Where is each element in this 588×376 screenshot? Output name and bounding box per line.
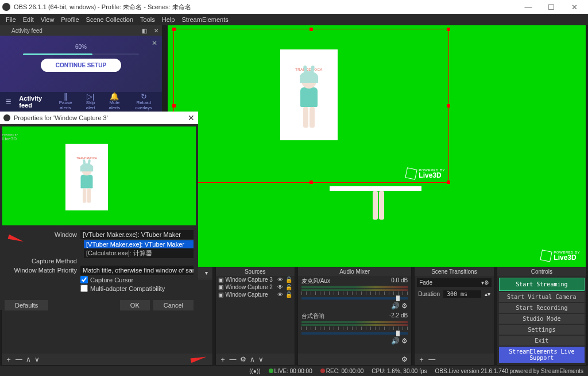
minimize-button[interactable]: — [517,3,540,11]
dialog-preview: TRANCEMOCA POWERED BYLive3D [2,126,196,225]
dock-undock-icon[interactable]: ◧ [138,28,150,34]
visibility-icon[interactable]: 👁 [277,277,283,283]
add-source-icon[interactable]: ＋ [219,355,226,365]
close-button[interactable]: ✕ [563,3,586,11]
speaker-icon[interactable]: 🔊 [391,337,400,345]
vtuber-window: TRANCEMOCA [280,49,338,140]
source-item[interactable]: ▣Window Capture👁🔓 [216,291,295,298]
capture-method-label: Capture Method [5,258,80,264]
start-virtual-camera-button[interactable]: Start Virtual Camera [499,292,585,302]
speaker-icon[interactable]: 🔊 [391,302,400,310]
gear-icon[interactable]: ⚙ [401,337,408,345]
status-bar: ((●)) LIVE: 00:00:00 REC: 00:00:00 CPU: … [0,366,588,376]
channel-name: 台式音响 [301,312,324,320]
cpu-status: CPU: 1.6%, 30.00 fps [372,368,427,374]
mixer-title: Audio Mixer [298,267,411,276]
duration-input[interactable]: 300 ms [443,290,481,298]
transition-select[interactable]: Fade▾ ⚙ [417,278,491,287]
dock-close-icon[interactable]: ✕ [150,28,162,34]
transitions-panel: Scene Transitions Fade▾ ⚙ Duration300 ms… [414,267,494,366]
volume-slider[interactable] [301,332,408,335]
source-item[interactable]: ▣Window Capture 3👁🔓 [216,276,295,283]
reload-overlays-button[interactable]: ↻Reload overlays [131,93,156,111]
window-dropdown[interactable]: [VTuber Maker.exe]: VTuber Maker [Calcul… [84,240,194,258]
dropdown-option-calculator[interactable]: [Calculator.exe]: 计算器 [84,248,194,258]
duration-label: Duration [418,291,440,297]
visibility-icon[interactable]: 👁 [277,291,283,298]
ok-button[interactable]: OK [120,300,150,310]
start-recording-button[interactable]: Start Recording [499,303,585,313]
match-priority-label: Window Match Priority [5,267,80,274]
source-settings-icon[interactable]: ⚙ [240,355,246,363]
menu-file[interactable]: File [6,16,16,23]
pause-alerts-button[interactable]: ‖Pause alerts [56,93,75,111]
live3d-cube-icon [405,167,417,179]
streamelements-support-button[interactable]: StreamElements Live Support [499,347,585,363]
skip-alert-button[interactable]: ▷|Skip alert [83,93,98,111]
avatar-character [295,74,323,131]
dialog-close-button[interactable]: ✕ [188,113,195,122]
lock-icon[interactable]: 🔓 [285,291,292,298]
preview-area[interactable]: POWERED BYLive3D TRANCEMOCA POWERED BYLi… [168,25,586,267]
channel-name: 麦克风/Aux [301,277,330,285]
exit-button[interactable]: Exit [499,336,585,346]
menu-tools[interactable]: Tools [140,16,155,23]
controls-panel: Controls Start Streaming Start Virtual C… [497,267,587,366]
match-priority-select[interactable]: Match title, otherwise find window of sa… [80,266,194,275]
cancel-button[interactable]: Cancel [153,300,194,310]
obs-icon [2,3,10,11]
maximize-button[interactable]: ☐ [540,3,563,11]
settings-button[interactable]: Settings [499,325,585,335]
setup-percent: 60% [6,44,156,50]
menu-edit[interactable]: Edit [23,16,34,23]
lock-icon[interactable]: 🔓 [285,277,292,283]
channel-db: 0.0 dB [391,277,408,285]
menu-scene-collection[interactable]: Scene Collection [86,16,134,23]
menu-streamelements[interactable]: StreamElements [181,16,228,23]
live3d-cube-icon [540,250,552,262]
start-streaming-button[interactable]: Start Streaming [499,278,585,291]
window-titlebar: OBS 26.1.1 (64-bit, windows) - Profile: … [0,0,588,14]
source-up-icon[interactable]: ∧ [250,355,255,363]
studio-mode-button[interactable]: Studio Mode [499,314,585,324]
add-scene-icon[interactable]: ＋ [5,355,12,365]
hamburger-icon[interactable]: ≡ [6,97,11,107]
live3d-logo: POWERED BYLive3D [541,251,580,261]
source-down-icon[interactable]: ∨ [258,355,264,363]
audio-mixer-panel: Audio Mixer 麦克风/Aux0.0 dB 🔊 ⚙ 台式音响-2.2 d… [297,267,412,366]
mute-alerts-button[interactable]: 🔔Mute alerts [106,93,123,111]
gear-icon[interactable]: ⚙ [484,279,489,286]
menu-view[interactable]: View [41,16,55,23]
scene-up-icon[interactable]: ∧ [26,355,31,363]
live-status: LIVE: 00:00:00 [274,368,312,374]
avatar-preview [77,165,97,205]
activity-feed-label: Activity feed [19,95,48,109]
menu-help[interactable]: Help [162,16,175,23]
dock-tab[interactable]: Activity feed [0,28,54,34]
mixer-settings-icon[interactable]: ⚙ [401,355,408,363]
defaults-button[interactable]: Defaults [5,300,48,310]
capture-cursor-checkbox[interactable] [80,276,88,283]
feed-close-icon[interactable]: ✕ [152,39,157,47]
remove-source-icon[interactable]: — [230,355,237,363]
broadcast-icon: ((●)) [249,368,260,374]
continue-setup-button[interactable]: CONTINUE SETUP [41,59,121,72]
dropdown-option-vtuber[interactable]: [VTuber Maker.exe]: VTuber Maker [84,240,194,248]
version-status: OBS.Live version 21.6.1.740 powered by S… [435,368,583,374]
scene-down-icon[interactable]: ∨ [34,355,40,363]
window-select[interactable]: [VTuber Maker.exe]: VTuber Maker [80,230,194,239]
visibility-icon[interactable]: 👁 [277,284,283,290]
lock-icon[interactable]: 🔓 [285,284,292,290]
obs-icon [3,114,10,121]
source-item[interactable]: ▣Window Capture 2👁🔓 [216,283,295,291]
menu-profile[interactable]: Profile [61,16,79,23]
remove-transition-icon[interactable]: — [428,355,435,363]
controls-title: Controls [497,267,586,276]
multi-adapter-checkbox[interactable] [80,285,88,292]
volume-slider[interactable] [301,297,408,300]
activity-feed-dock: Activity feed ◧ ✕ ✕ 60% CONTINUE SETUP ≡… [0,25,162,112]
add-transition-icon[interactable]: ＋ [418,355,425,365]
avatar-legs-overflow [364,191,393,225]
remove-scene-icon[interactable]: — [16,355,22,363]
gear-icon[interactable]: ⚙ [401,302,408,310]
